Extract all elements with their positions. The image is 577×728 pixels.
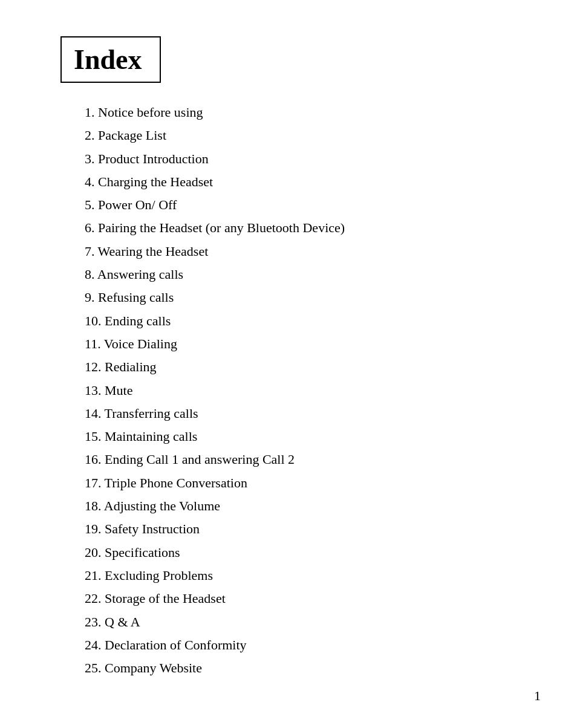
list-item: 4. Charging the Headset [85,171,529,193]
page: Index 1. Notice before using2. Package L… [0,0,577,728]
title-box: Index [60,36,161,83]
list-item: 15. Maintaining calls [85,425,529,448]
list-item: 22. Storage of the Headset [85,587,529,610]
list-item: 2. Package List [85,124,529,147]
list-item: 16. Ending Call 1 and answering Call 2 [85,448,529,471]
list-item: 7. Wearing the Headset [85,240,529,263]
list-item: 23. Q & A [85,611,529,634]
list-item: 21. Excluding Problems [85,564,529,587]
page-number: 1 [534,688,541,704]
list-item: 17. Triple Phone Conversation [85,472,529,495]
list-item: 9. Refusing calls [85,286,529,309]
page-title: Index [74,44,142,76]
list-item: 20. Specifications [85,541,529,564]
list-item: 6. Pairing the Headset (or any Bluetooth… [85,216,529,239]
list-item: 11. Voice Dialing [85,333,529,356]
list-item: 13. Mute [85,379,529,402]
list-item: 3. Product Introduction [85,148,529,171]
list-item: 12. Redialing [85,356,529,379]
list-item: 5. Power On/ Off [85,193,529,216]
list-item: 10. Ending calls [85,310,529,333]
list-item: 19. Safety Instruction [85,518,529,541]
list-item: 25. Company Website [85,657,529,680]
list-item: 8. Answering calls [85,263,529,286]
list-item: 1. Notice before using [85,101,529,124]
list-item: 18. Adjusting the Volume [85,495,529,518]
list-item: 24. Declaration of Conformity [85,634,529,657]
list-item: 14. Transferring calls [85,402,529,425]
index-list: 1. Notice before using2. Package List3. … [85,101,529,680]
